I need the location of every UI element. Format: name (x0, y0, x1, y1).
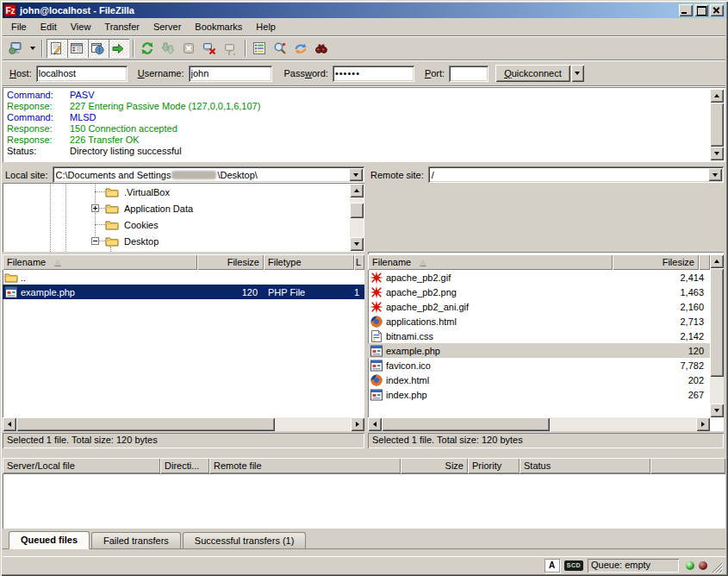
site-manager-dropdown-button[interactable] (27, 39, 38, 58)
scroll-down-icon[interactable] (350, 237, 364, 251)
scroll-right-icon[interactable] (351, 417, 364, 431)
username-input[interactable] (189, 66, 272, 82)
toggle-queue-button[interactable] (109, 39, 129, 58)
file-row[interactable]: apache_pb2.gif2,414 (368, 270, 710, 285)
tree-item-application-data[interactable]: Application Data (105, 201, 196, 216)
remote-site-combo[interactable]: / (428, 166, 724, 183)
file-row[interactable]: bitnami.css2,142 (368, 329, 710, 343)
scrollbar-thumb[interactable] (382, 417, 550, 431)
expand-icon[interactable] (91, 204, 99, 212)
toggle-local-tree-button[interactable] (67, 39, 88, 58)
local-list-body[interactable]: .. example.php 120 PHP File 1 (3, 270, 364, 417)
tree-item-virtualbox[interactable]: .VirtualBox (105, 185, 172, 199)
file-row[interactable]: index.php267 (368, 387, 710, 402)
remote-hscrollbar[interactable] (368, 417, 710, 431)
quickconnect-dropdown-button[interactable] (571, 65, 584, 82)
log-scrollbar[interactable] (710, 89, 724, 160)
file-row[interactable]: applications.html2,713 (368, 314, 710, 329)
column-header-size[interactable]: Size (401, 458, 468, 473)
title-bar[interactable]: Fz john@localhost - FileZilla (3, 3, 725, 18)
scrollbar-thumb[interactable] (710, 268, 724, 377)
column-header-filesize[interactable]: Filesize (197, 254, 264, 270)
column-header-priority[interactable]: Priority (468, 458, 520, 473)
column-header-filename[interactable]: Filename (368, 254, 613, 270)
log-line: Response:226 Transfer OK (3, 135, 725, 146)
parent-directory-row[interactable]: .. (3, 270, 364, 285)
scroll-left-icon[interactable] (368, 417, 382, 431)
speed-limits-icon[interactable]: SCD (564, 560, 583, 571)
password-input[interactable] (333, 66, 414, 82)
scrollbar-thumb[interactable] (16, 417, 275, 431)
file-row[interactable]: favicon.ico7,782 (368, 358, 710, 373)
disconnect-button[interactable] (200, 39, 221, 58)
local-site-dropdown-button[interactable] (349, 168, 363, 181)
scroll-up-icon[interactable] (710, 254, 724, 268)
local-tree-scrollbar[interactable] (350, 184, 364, 251)
menu-item-help[interactable]: Help (249, 20, 283, 34)
remote-list-body[interactable]: apache_pb2.gif2,414 apache_pb2.png1,463 … (368, 270, 710, 404)
port-input[interactable] (449, 66, 488, 82)
host-input[interactable] (36, 66, 128, 82)
local-hscrollbar[interactable] (3, 417, 364, 431)
file-row[interactable]: apache_pb2_ani.gif2,160 (368, 299, 710, 314)
scroll-up-icon[interactable] (350, 184, 364, 197)
reconnect-button[interactable] (221, 39, 241, 58)
close-button[interactable] (710, 4, 724, 16)
file-row-example-php[interactable]: example.php120 (368, 343, 710, 358)
filter-button[interactable] (250, 39, 271, 58)
toggle-remote-tree-button[interactable] (88, 39, 109, 58)
menu-item-view[interactable]: View (64, 20, 98, 34)
scrollbar-thumb[interactable] (350, 203, 364, 218)
menu-item-file[interactable]: File (4, 20, 34, 34)
port-label: Port: (425, 68, 445, 78)
tab-successful-transfers[interactable]: Successful transfers (1) (183, 532, 307, 548)
scroll-left-icon[interactable] (3, 417, 16, 431)
scroll-right-icon[interactable] (696, 417, 710, 431)
tab-failed-transfers[interactable]: Failed transfers (91, 532, 181, 548)
scroll-down-icon[interactable] (710, 147, 724, 160)
resize-grip[interactable] (712, 562, 723, 573)
menu-item-transfer[interactable]: Transfer (97, 20, 146, 34)
column-header-filename[interactable]: Filename (3, 254, 197, 270)
column-header-filetype[interactable]: Filetype (264, 254, 354, 270)
column-header-filesize[interactable]: Filesize (613, 254, 699, 270)
column-header-direction[interactable]: Directi... (160, 458, 209, 473)
webpage-file-icon (370, 344, 383, 358)
column-header-remote-file[interactable]: Remote file (209, 458, 401, 473)
menu-item-edit[interactable]: Edit (34, 20, 64, 34)
collapse-icon[interactable] (91, 237, 99, 245)
column-header-server-local-file[interactable]: Server/Local file (3, 458, 160, 473)
quickconnect-button[interactable]: Quickconnect (495, 65, 570, 82)
scroll-down-icon[interactable] (710, 404, 724, 417)
process-queue-button[interactable] (159, 39, 179, 58)
tab-queued-files[interactable]: Queued files (9, 531, 90, 549)
message-log[interactable]: Command:PASV Response:227 Entering Passi… (3, 87, 725, 162)
site-manager-button[interactable] (6, 39, 27, 58)
compare-button[interactable] (271, 39, 291, 58)
maximize-button[interactable] (694, 4, 708, 16)
file-row-example-php[interactable]: example.php 120 PHP File 1 (3, 285, 364, 299)
tree-item-desktop[interactable]: Desktop (105, 234, 161, 248)
tree-item-cookies[interactable]: Cookies (105, 217, 161, 232)
refresh-button[interactable] (138, 39, 159, 58)
column-header-status[interactable]: Status (520, 458, 650, 473)
transfer-type-icon[interactable]: A (544, 559, 560, 573)
remote-vscrollbar[interactable] (710, 254, 724, 417)
menu-item-bookmarks[interactable]: Bookmarks (188, 20, 249, 34)
toggle-log-button[interactable] (47, 39, 67, 58)
remote-site-dropdown-button[interactable] (708, 168, 722, 181)
file-row[interactable]: apache_pb2.png1,463 (368, 285, 710, 299)
menu-item-server[interactable]: Server (146, 20, 188, 34)
column-header-lastmodified[interactable]: L (354, 254, 364, 270)
scroll-up-icon[interactable] (710, 89, 724, 103)
remote-site-bar: Remote site: / (368, 166, 724, 183)
local-site-combo[interactable]: C:\Documents and Settings\Desktop\ (53, 166, 364, 183)
sync-browsing-button[interactable] (291, 39, 312, 58)
local-directory-tree[interactable]: .VirtualBox Application Data Cookies Des… (3, 183, 364, 252)
cancel-button[interactable] (179, 39, 200, 58)
queue-list[interactable] (3, 473, 725, 529)
find-files-button[interactable] (312, 39, 333, 58)
scrollbar-thumb[interactable] (710, 103, 724, 147)
minimize-button[interactable] (679, 4, 693, 16)
file-row[interactable]: index.html202 (368, 373, 710, 387)
